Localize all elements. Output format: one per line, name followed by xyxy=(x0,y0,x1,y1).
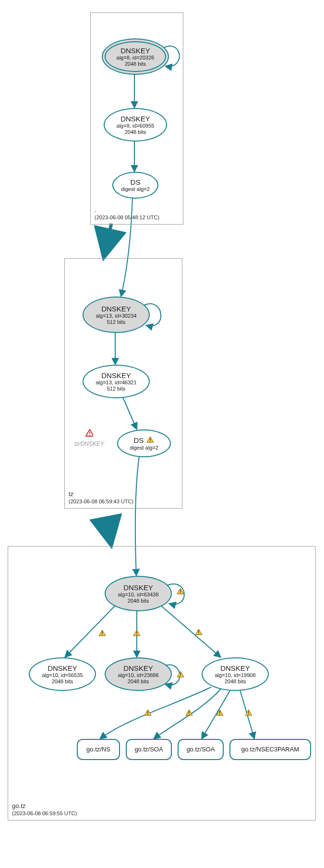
node-alg: alg=10, id=63438 xyxy=(118,592,158,598)
node-rr-soa-2: go.tz/SOA xyxy=(178,739,224,760)
zone-root-label: . (2023-06-08 05:48:12 UTC) xyxy=(95,206,159,221)
node-title: go.tz/NS xyxy=(86,746,110,753)
ghost-tz-dnskey: tz/DNSKEY xyxy=(74,440,104,447)
node-rr-ns: go.tz/NS xyxy=(77,739,120,760)
node-title: go.tz/SOA xyxy=(186,746,215,753)
node-gotz-dnskey-56535: DNSKEY alg=10, id=56535 2048 bits xyxy=(29,657,96,691)
node-title: DNSKEY xyxy=(101,371,131,380)
node-title: DNSKEY xyxy=(220,664,250,672)
node-bits: 2048 bits xyxy=(225,678,246,685)
node-title: DNSKEY xyxy=(120,47,150,55)
node-title: go.tz/NSEC3PARAM xyxy=(241,746,299,753)
zone-tz-label: tz (2023-06-08 06:59:43 UTC) xyxy=(69,490,133,505)
node-title: DNSKEY xyxy=(120,115,150,123)
node-title: DNSKEY xyxy=(48,664,77,672)
node-title: go.tz/SOA xyxy=(134,746,163,753)
node-rr-soa-1: go.tz/SOA xyxy=(126,739,172,760)
node-alg: alg=10, id=56535 xyxy=(42,672,83,678)
zone-tz-timestamp: (2023-06-08 06:59:43 UTC) xyxy=(69,498,133,505)
dnssec-chain-diagram: . (2023-06-08 05:48:12 UTC) DNSKEY alg=8… xyxy=(0,0,324,868)
svg-text:!: ! xyxy=(150,438,151,443)
node-title: DNSKEY xyxy=(123,664,153,672)
node-gotz-dnskey-ksk: DNSKEY alg=10, id=63438 2048 bits xyxy=(105,576,172,611)
node-alg: digest alg=2 xyxy=(130,445,158,451)
warn-icon: ! xyxy=(146,436,154,445)
zone-root-timestamp: (2023-06-08 05:48:12 UTC) xyxy=(95,214,159,221)
zone-root-title: . xyxy=(95,206,159,214)
node-bits: 512 bits xyxy=(107,319,126,325)
node-bits: 512 bits xyxy=(107,386,126,392)
node-tz-dnskey-zsk: DNSKEY alg=13, id=46321 512 bits xyxy=(83,365,150,398)
node-tz-ds: DS ! digest alg=2 xyxy=(117,429,171,457)
node-bits: 2048 bits xyxy=(125,61,146,67)
node-root-ds: DS digest alg=2 xyxy=(112,172,158,199)
node-title: DS xyxy=(134,436,144,444)
node-root-dnskey-ksk: DNSKEY alg=8, id=20326 2048 bits xyxy=(102,38,169,75)
zone-gotz-timestamp: (2023-06-08 06:59:55 UTC) xyxy=(12,810,77,817)
node-title: DNSKEY xyxy=(101,305,131,313)
node-title: DNSKEY xyxy=(123,583,153,592)
zone-gotz-label: go.tz (2023-06-08 06:59:55 UTC) xyxy=(12,802,77,817)
node-gotz-dnskey-23886: DNSKEY alg=10, id=23886 2048 bits xyxy=(105,657,172,691)
zone-gotz-title: go.tz xyxy=(12,802,77,810)
node-alg: alg=8, id=20326 xyxy=(117,55,155,61)
node-alg: alg=13, id=46321 xyxy=(96,380,136,386)
node-root-dnskey-zsk: DNSKEY alg=8, id=60955 2048 bits xyxy=(104,108,167,142)
node-gotz-dnskey-19908: DNSKEY alg=10, id=19908 2048 bits xyxy=(202,657,269,691)
node-tz-dnskey-ksk: DNSKEY alg=13, id=30234 512 bits xyxy=(83,297,150,333)
node-alg: alg=10, id=19908 xyxy=(215,672,255,678)
node-alg: digest alg=2 xyxy=(121,186,150,192)
node-alg: alg=13, id=30234 xyxy=(96,313,136,319)
node-bits: 2048 bits xyxy=(128,598,149,604)
node-rr-nsec3param: go.tz/NSEC3PARAM xyxy=(229,739,311,760)
node-title: DS xyxy=(131,178,141,186)
node-alg: alg=10, id=23886 xyxy=(118,672,158,678)
node-bits: 2048 bits xyxy=(125,129,146,135)
node-bits: 2048 bits xyxy=(52,678,73,685)
node-alg: alg=8, id=60955 xyxy=(117,123,155,129)
node-bits: 2048 bits xyxy=(128,678,149,685)
zone-tz-title: tz xyxy=(69,490,133,499)
